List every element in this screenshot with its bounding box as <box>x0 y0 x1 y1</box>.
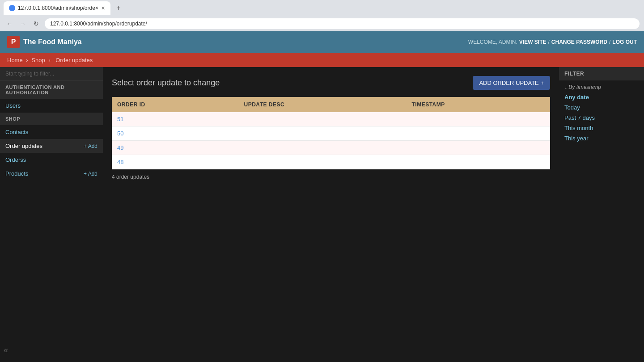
tab-title: 127.0.0.1:8000/admin/shop/orde× <box>18 5 98 11</box>
sidebar-item-orderss[interactable]: Orderss <box>0 153 103 167</box>
breadcrumb-shop[interactable]: Shop <box>31 57 45 63</box>
site-name: The Food Maniya <box>23 38 82 46</box>
sidebar: AUTHENTICATION AND AUTHORIZATION Users S… <box>0 67 103 362</box>
log-out-link[interactable]: LOG OUT <box>612 39 637 45</box>
breadcrumb: Home › Shop › Order updates <box>7 57 94 63</box>
filter-sidebar: FILTER ↓ By timestamp Any dateTodayPast … <box>559 67 644 362</box>
products-add-link[interactable]: + Add <box>84 171 97 177</box>
url-text: 127.0.0.1:8000/admin/shop/orderupdate/ <box>50 21 147 27</box>
table-row: 51 <box>112 112 550 126</box>
cell-update-desc <box>239 155 407 169</box>
admin-header: P The Food Maniya WELCOME, ADMIN. VIEW S… <box>0 31 644 53</box>
breadcrumb-current: Order updates <box>55 57 93 63</box>
table-row: 48 <box>112 155 550 169</box>
table-row: 50 <box>112 126 550 141</box>
add-order-update-button[interactable]: ADD ORDER UPDATE + <box>473 76 550 90</box>
sidebar-item-users[interactable]: Users <box>0 99 103 113</box>
sidebar-item-order-updates[interactable]: Order updates + Add <box>0 139 103 153</box>
admin-wrapper: P The Food Maniya WELCOME, ADMIN. VIEW S… <box>0 31 644 362</box>
page-title: Select order update to change <box>112 78 220 88</box>
cell-update-desc <box>239 126 407 141</box>
tab-close-button[interactable]: ✕ <box>101 5 105 11</box>
data-table: ORDER ID UPDATE DESC TIMESTAMP 51504948 <box>112 97 550 169</box>
admin-user-info: WELCOME, ADMIN. VIEW SITE / CHANGE PASSW… <box>468 39 637 45</box>
order-updates-add-link[interactable]: + Add <box>84 143 97 149</box>
content-area: Select order update to change ADD ORDER … <box>103 67 559 362</box>
filter-section-title: ↓ By timestamp <box>559 80 644 92</box>
table-row: 49 <box>112 141 550 155</box>
sidebar-section-auth: AUTHENTICATION AND AUTHORIZATION <box>0 81 103 99</box>
cell-order-id[interactable]: 49 <box>112 141 239 155</box>
breadcrumb-home[interactable]: Home <box>7 57 23 63</box>
sidebar-collapse-button[interactable]: « <box>0 338 103 362</box>
breadcrumb-bar: Home › Shop › Order updates <box>0 53 644 67</box>
site-title: P The Food Maniya <box>7 36 82 48</box>
back-button[interactable]: ← <box>4 19 14 29</box>
filter-item-this-month[interactable]: This month <box>559 123 644 133</box>
col-timestamp: TIMESTAMP <box>406 97 550 112</box>
cell-order-id[interactable]: 48 <box>112 155 239 169</box>
cell-update-desc <box>239 112 407 126</box>
sidebar-item-contacts[interactable]: Contacts <box>0 125 103 139</box>
new-tab-button[interactable]: + <box>113 3 124 13</box>
filter-item-any-date[interactable]: Any date <box>559 92 644 102</box>
page-header: Select order update to change ADD ORDER … <box>112 76 550 90</box>
active-tab[interactable]: 127.0.0.1:8000/admin/shop/orde× ✕ <box>4 1 110 15</box>
change-password-link[interactable]: CHANGE PASSWORD <box>551 39 607 45</box>
filter-item-today[interactable]: Today <box>559 102 644 113</box>
address-bar[interactable]: 127.0.0.1:8000/admin/shop/orderupdate/ <box>45 18 640 29</box>
result-count: 4 order updates <box>112 174 550 180</box>
cell-order-id[interactable]: 51 <box>112 112 239 126</box>
sidebar-section-shop: SHOP <box>0 113 103 125</box>
table-header-row: ORDER ID UPDATE DESC TIMESTAMP <box>112 97 550 112</box>
tab-favicon <box>9 5 15 11</box>
col-order-id: ORDER ID <box>112 97 239 112</box>
browser-chrome: 127.0.0.1:8000/admin/shop/orde× ✕ + ← → … <box>0 0 644 31</box>
refresh-button[interactable]: ↻ <box>31 19 41 29</box>
filter-item-past-7-days[interactable]: Past 7 days <box>559 113 644 123</box>
site-logo: P <box>7 36 20 48</box>
filter-item-this-year[interactable]: This year <box>559 133 644 143</box>
main-layout: AUTHENTICATION AND AUTHORIZATION Users S… <box>0 67 644 362</box>
filter-header: FILTER <box>559 67 644 80</box>
cell-order-id[interactable]: 50 <box>112 126 239 141</box>
cell-timestamp <box>406 155 550 169</box>
sidebar-filter-input[interactable] <box>0 67 103 81</box>
cell-update-desc <box>239 141 407 155</box>
sidebar-item-products[interactable]: Products + Add <box>0 167 103 181</box>
col-update-desc: UPDATE DESC <box>239 97 407 112</box>
address-bar-row: ← → ↻ 127.0.0.1:8000/admin/shop/orderupd… <box>0 16 644 31</box>
tab-bar: 127.0.0.1:8000/admin/shop/orde× ✕ + <box>0 0 644 16</box>
cell-timestamp <box>406 112 550 126</box>
forward-button[interactable]: → <box>18 19 28 29</box>
view-site-link[interactable]: VIEW SITE <box>519 39 547 45</box>
cell-timestamp <box>406 141 550 155</box>
cell-timestamp <box>406 126 550 141</box>
